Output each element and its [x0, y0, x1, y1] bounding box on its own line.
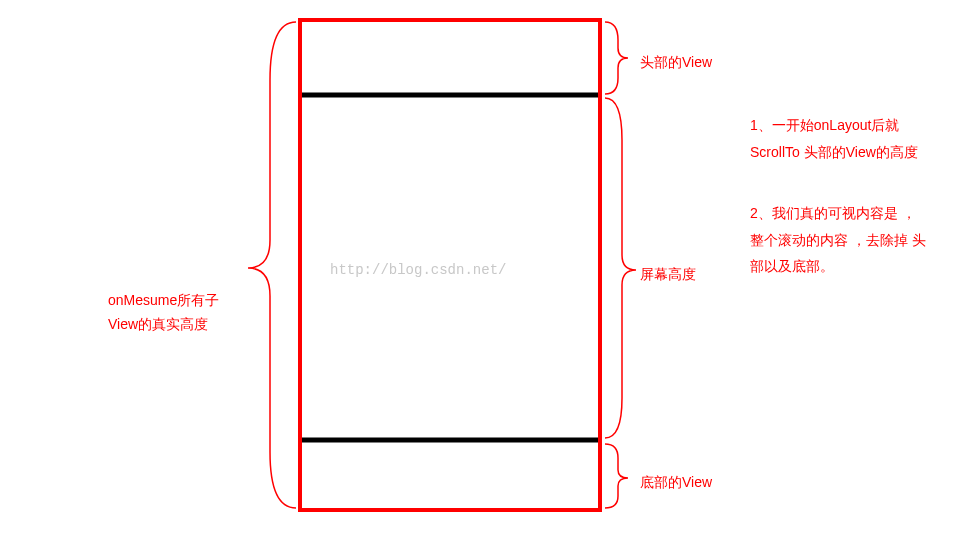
- full-height-brace: [248, 22, 296, 508]
- footer-brace: [605, 444, 628, 508]
- measure-label-line1: onMesume所有子: [108, 288, 219, 313]
- note-1: 1、一开始onLayout后就 ScrollTo 头部的View的高度: [750, 112, 930, 165]
- note-2: 2、我们真的可视内容是 ， 整个滚动的内容 ，去除掉 头部以及底部。: [750, 200, 930, 280]
- header-view-label: 头部的View: [640, 50, 712, 75]
- screen-height-label: 屏幕高度: [640, 262, 696, 287]
- screen-brace: [605, 98, 636, 438]
- watermark-text: http://blog.csdn.net/: [330, 262, 506, 278]
- measure-label-line2: View的真实高度: [108, 312, 208, 337]
- footer-view-label: 底部的View: [640, 470, 712, 495]
- header-brace: [605, 22, 628, 94]
